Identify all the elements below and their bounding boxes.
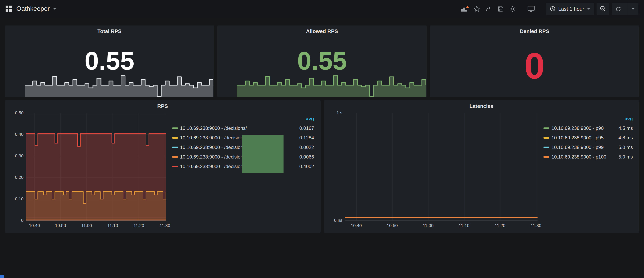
legend: avg10.10.69.238:9000 - p904.5 ms10.10.69…: [541, 110, 637, 231]
chart-svg: [345, 113, 537, 221]
nav-toolbar: Last 1 hour: [459, 3, 638, 15]
y-axis-tick: 0.30: [8, 153, 24, 158]
refresh-button[interactable]: [612, 3, 625, 15]
chart-svg: [25, 74, 213, 97]
x-axis-tick: 10:40: [348, 223, 364, 228]
series-swatch-icon: [544, 137, 549, 139]
series-name: 10.10.69.238:9000 - p99: [552, 145, 610, 150]
series-name: 10.10.69.238:9000 - p100: [552, 154, 610, 160]
save-icon: [498, 6, 504, 12]
plot-area[interactable]: 0.500.400.300.200.10010:4010:5011:0011:1…: [26, 113, 166, 221]
series-swatch-icon: [544, 127, 549, 129]
x-axis-tick: 11:20: [131, 223, 147, 228]
time-range-picker[interactable]: Last 1 hour: [546, 3, 594, 15]
legend-row[interactable]: 10.10.69.238:9000 - p995.0 ms: [544, 143, 633, 152]
clock-icon: [550, 6, 556, 11]
x-axis-tick: 10:50: [53, 223, 68, 228]
y-axis-tick: 0.20: [8, 175, 24, 180]
sparkline: [25, 74, 213, 97]
share-button[interactable]: [483, 3, 495, 14]
panel-latencies: Latencies 1 s0 ns10:4010:5011:0011:1011:…: [324, 100, 639, 233]
chevron-down-icon: [53, 8, 56, 9]
legend-header: avg: [172, 114, 314, 123]
legend-avg-header: avg: [613, 116, 633, 121]
add-panel-icon: [461, 5, 469, 12]
add-panel-button[interactable]: [459, 3, 471, 14]
gear-icon: [510, 5, 516, 12]
apps-grid-icon[interactable]: [6, 5, 12, 12]
star-button[interactable]: [471, 3, 483, 14]
y-axis-tick: 0.40: [8, 132, 24, 137]
series-avg-value: 4.8 ms: [613, 135, 633, 141]
refresh-control: [612, 3, 638, 15]
series-avg-value: 4.5 ms: [613, 125, 633, 131]
x-axis-tick: 11:00: [420, 223, 436, 228]
legend-row[interactable]: 10.10.69.238:9000 - p1005.0 ms: [544, 152, 633, 162]
x-axis-tick: 11:00: [78, 223, 94, 228]
series-avg-value: 5.0 ms: [613, 145, 633, 150]
series-swatch-icon: [172, 127, 178, 129]
series-swatch-icon: [172, 147, 178, 148]
series-avg-value: 0.4002: [290, 164, 314, 169]
top-nav: Oathkeeper: [0, 0, 644, 17]
save-button[interactable]: [495, 3, 507, 14]
graphs-row: RPS 0.500.400.300.200.10010:4010:5011:00…: [5, 100, 639, 233]
series-swatch-icon: [544, 147, 549, 148]
y-axis-tick: 0: [8, 218, 24, 223]
panel-title[interactable]: Allowed RPS: [217, 25, 427, 34]
panel-title[interactable]: Denied RPS: [430, 25, 639, 34]
legend-header: avg: [544, 114, 633, 123]
panel-title[interactable]: Total RPS: [5, 25, 214, 34]
x-axis-tick: 11:30: [157, 223, 173, 228]
chevron-down-icon: [587, 8, 590, 9]
zoom-out-icon: [600, 5, 606, 12]
series-avg-value: 0.0066: [290, 154, 314, 160]
sparkline: [237, 74, 426, 97]
series-avg-value: 0.0022: [290, 145, 314, 150]
refresh-interval-dropdown[interactable]: [628, 3, 638, 15]
cycle-view-button[interactable]: [525, 3, 537, 14]
x-axis-tick: 11:30: [528, 223, 544, 228]
dashboard-body: Total RPS 0.55 Allowed RPS 0.55 Denied R…: [0, 17, 644, 233]
panel-title[interactable]: RPS: [5, 100, 320, 109]
share-icon: [486, 5, 492, 12]
stats-row: Total RPS 0.55 Allowed RPS 0.55 Denied R…: [5, 25, 639, 97]
panel-allowed-rps: Allowed RPS 0.55: [217, 25, 427, 97]
zoom-out-button[interactable]: [596, 3, 609, 15]
series-avg-value: 5.0 ms: [613, 154, 633, 160]
dashboard-title-dropdown[interactable]: Oathkeeper: [16, 5, 56, 12]
sidebar-corner-accent: [0, 275, 4, 278]
green-overlay-artifact: [242, 135, 284, 173]
legend-row[interactable]: 10.10.69.238:9000 - /decisions/0.0167: [172, 123, 314, 133]
y-axis-tick: 1 s: [326, 110, 342, 115]
legend-row[interactable]: 10.10.69.238:9000 - p904.5 ms: [544, 123, 633, 133]
series-swatch-icon: [544, 156, 549, 158]
y-axis-tick: 0.10: [8, 196, 24, 201]
grafana-dashboard: Oathkeeper: [0, 0, 644, 278]
legend-avg-header: avg: [290, 116, 314, 121]
series-swatch-icon: [172, 137, 178, 139]
refresh-icon: [615, 6, 621, 12]
series-name: 10.10.69.238:9000 - /decisions/: [180, 125, 288, 131]
star-icon: [474, 5, 480, 12]
settings-button[interactable]: [507, 3, 519, 14]
stat-value: 0: [430, 34, 639, 97]
panel-denied-rps: Denied RPS 0: [430, 25, 639, 97]
x-axis-tick: 11:10: [456, 223, 472, 228]
x-axis-tick: 10:40: [26, 223, 42, 228]
legend-row[interactable]: 10.10.69.238:9000 - p954.8 ms: [544, 133, 633, 143]
plot-area[interactable]: 1 s0 ns10:4010:5011:0011:1011:2011:30: [345, 113, 537, 221]
x-axis-tick: 10:50: [384, 223, 400, 228]
panel-total-rps: Total RPS 0.55: [5, 25, 214, 97]
graph-body: 1 s0 ns10:4010:5011:0011:1011:2011:30 av…: [324, 109, 639, 233]
panel-title[interactable]: Latencies: [324, 100, 639, 109]
series-swatch-icon: [172, 166, 178, 167]
chevron-down-icon: [632, 8, 635, 9]
y-axis-tick: 0 ns: [326, 218, 342, 223]
series-avg-value: 0.0167: [290, 125, 314, 131]
x-axis-tick: 11:10: [105, 223, 121, 228]
series-avg-value: 0.1284: [290, 135, 314, 141]
series-name: 10.10.69.238:9000 - p90: [552, 125, 610, 131]
time-range-label: Last 1 hour: [558, 6, 584, 12]
chart-svg: [237, 74, 426, 97]
